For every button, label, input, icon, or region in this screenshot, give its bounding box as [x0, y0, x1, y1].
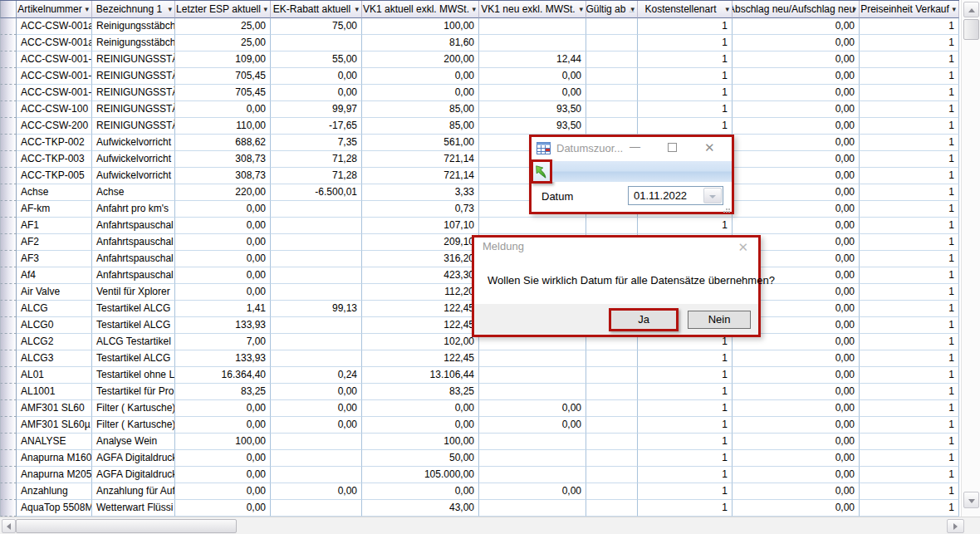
- grid-cell[interactable]: 1: [860, 118, 959, 135]
- grid-cell[interactable]: [586, 68, 638, 85]
- grid-cell[interactable]: [271, 218, 362, 234]
- maximize-button[interactable]: [668, 143, 677, 152]
- grid-cell[interactable]: 1: [638, 450, 733, 467]
- grid-cell[interactable]: 112,20: [362, 284, 479, 301]
- row-selector[interactable]: [0, 334, 17, 350]
- grid-cell[interactable]: 0,00: [733, 218, 860, 234]
- grid-cell[interactable]: AF1: [17, 218, 92, 234]
- grid-cell[interactable]: [479, 384, 586, 400]
- grid-cell[interactable]: 1: [860, 301, 959, 317]
- grid-cell[interactable]: 1: [860, 101, 959, 118]
- row-selector[interactable]: [0, 135, 17, 151]
- grid-cell[interactable]: 12,44: [479, 51, 586, 68]
- grid-cell[interactable]: Testartikel ALCG: [92, 317, 175, 334]
- grid-cell[interactable]: 0,00: [175, 267, 271, 284]
- grid-cell[interactable]: 721,14: [362, 168, 479, 184]
- apply-date-button[interactable]: [531, 159, 552, 184]
- row-selector[interactable]: [0, 201, 17, 218]
- filter-dropdown-icon[interactable]: ▾: [579, 5, 583, 13]
- row-selector[interactable]: [0, 218, 17, 234]
- grid-cell[interactable]: [479, 367, 586, 384]
- grid-cell[interactable]: 0,00: [175, 483, 271, 500]
- grid-cell[interactable]: 93,50: [479, 118, 586, 135]
- grid-cell[interactable]: 0,00: [479, 85, 586, 101]
- row-selector[interactable]: [0, 400, 17, 417]
- grid-cell[interactable]: 133,93: [175, 350, 271, 367]
- grid-cell[interactable]: 1: [860, 434, 959, 450]
- grid-cell[interactable]: Analyse Wein: [92, 434, 175, 450]
- grid-cell[interactable]: 75,00: [271, 18, 362, 35]
- grid-cell[interactable]: 0,00: [733, 384, 860, 400]
- filter-dropdown-icon[interactable]: ▾: [263, 5, 267, 13]
- grid-cell[interactable]: ACC-CSW-001a1: [17, 35, 92, 51]
- grid-cell[interactable]: Af4: [17, 267, 92, 284]
- grid-cell[interactable]: 99,13: [271, 301, 362, 317]
- grid-cell[interactable]: 1: [860, 350, 959, 367]
- grid-cell[interactable]: 0,00: [733, 18, 860, 35]
- grid-cell[interactable]: 7,00: [175, 334, 271, 350]
- grid-cell[interactable]: 1,41: [175, 301, 271, 317]
- no-button[interactable]: Nein: [688, 311, 751, 329]
- grid-cell[interactable]: 0,00: [733, 450, 860, 467]
- grid-cell[interactable]: 122,45: [362, 317, 479, 334]
- grid-cell[interactable]: 1: [860, 85, 959, 101]
- grid-cell[interactable]: 1: [638, 218, 733, 234]
- grid-cell[interactable]: Reinigungsstäbch: [92, 35, 175, 51]
- grid-cell[interactable]: 308,73: [175, 168, 271, 184]
- grid-cell[interactable]: 308,73: [175, 151, 271, 168]
- grid-cell[interactable]: 1: [860, 467, 959, 483]
- grid-cell[interactable]: 0,73: [362, 201, 479, 218]
- grid-cell[interactable]: 1: [638, 85, 733, 101]
- grid-cell[interactable]: 1: [860, 267, 959, 284]
- grid-cell[interactable]: Achse: [17, 184, 92, 201]
- grid-cell[interactable]: 1: [638, 18, 733, 35]
- grid-cell[interactable]: 16.364,40: [175, 367, 271, 384]
- grid-cell[interactable]: ACC-CSW-001-1: [17, 51, 92, 68]
- grid-cell[interactable]: AF2: [17, 234, 92, 251]
- scroll-right-button[interactable]: [947, 519, 964, 533]
- grid-cell[interactable]: Reinigungsstäbch: [92, 18, 175, 35]
- row-selector[interactable]: [0, 184, 17, 201]
- grid-cell[interactable]: [586, 434, 638, 450]
- grid-cell[interactable]: 0,00: [733, 135, 860, 151]
- grid-cell[interactable]: Anfahrtspauschal: [92, 234, 175, 251]
- grid-cell[interactable]: 0,00: [733, 51, 860, 68]
- grid-cell[interactable]: 1: [860, 151, 959, 168]
- row-selector[interactable]: [0, 101, 17, 118]
- grid-cell[interactable]: [586, 450, 638, 467]
- grid-cell[interactable]: Anapurna M2050: [17, 467, 92, 483]
- grid-cell[interactable]: [479, 218, 586, 234]
- grid-cell[interactable]: [479, 434, 586, 450]
- grid-cell[interactable]: 55,00: [271, 51, 362, 68]
- grid-cell[interactable]: 71,28: [271, 151, 362, 168]
- close-icon[interactable]: ✕: [737, 240, 748, 255]
- column-header-ek-rabatt-aktuell[interactable]: EK-Rabatt aktuell▾: [271, 1, 362, 18]
- grid-cell[interactable]: [271, 467, 362, 483]
- grid-cell[interactable]: 0,00: [733, 417, 860, 434]
- grid-cell[interactable]: 43,00: [362, 500, 479, 517]
- grid-cell[interactable]: 1: [638, 500, 733, 517]
- grid-cell[interactable]: [479, 350, 586, 367]
- grid-cell[interactable]: 0,00: [175, 417, 271, 434]
- grid-cell[interactable]: ALCG0: [17, 317, 92, 334]
- grid-cell[interactable]: AGFA Digitaldruck: [92, 467, 175, 483]
- filter-dropdown-icon[interactable]: ▾: [472, 5, 476, 13]
- row-selector[interactable]: [0, 350, 17, 367]
- grid-cell[interactable]: 1: [860, 201, 959, 218]
- grid-cell[interactable]: 1: [860, 417, 959, 434]
- grid-cell[interactable]: 209,10: [362, 234, 479, 251]
- grid-cell[interactable]: 25,00: [175, 35, 271, 51]
- grid-cell[interactable]: REINIGUNGSSTÄ: [92, 85, 175, 101]
- grid-cell[interactable]: ACC-TKP-002: [17, 135, 92, 151]
- filter-dropdown-icon[interactable]: ▾: [952, 5, 956, 13]
- grid-cell[interactable]: 0,00: [733, 35, 860, 51]
- grid-cell[interactable]: 0,00: [271, 85, 362, 101]
- grid-cell[interactable]: 0,00: [271, 384, 362, 400]
- grid-cell[interactable]: 1: [638, 51, 733, 68]
- row-selector[interactable]: [0, 251, 17, 267]
- grid-cell[interactable]: 1: [860, 334, 959, 350]
- grid-cell[interactable]: Aufwickelvorricht: [92, 151, 175, 168]
- row-selector[interactable]: [0, 151, 17, 168]
- row-selector[interactable]: [0, 483, 17, 500]
- grid-cell[interactable]: 107,10: [362, 218, 479, 234]
